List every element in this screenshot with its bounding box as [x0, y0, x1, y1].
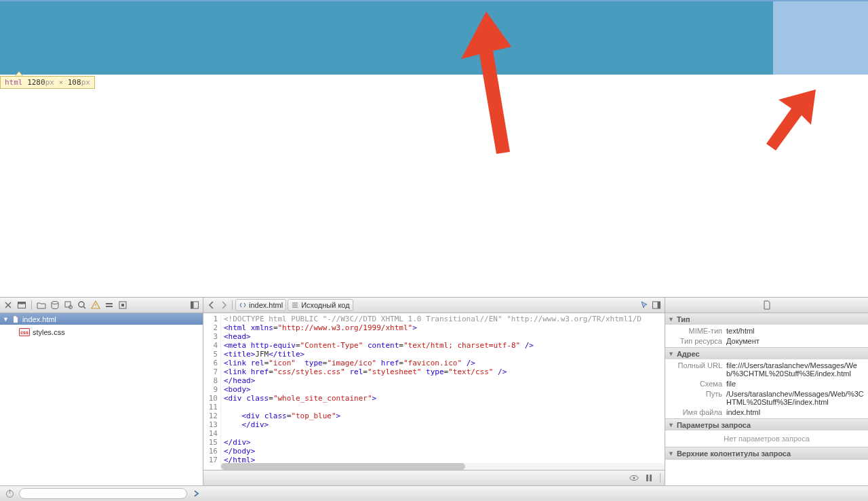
navigator-toolbar — [0, 298, 203, 313]
console-prompt-icon[interactable] — [191, 488, 202, 499]
kv-row: Тип ресурсаДокумент — [669, 337, 864, 345]
line-gutter: 1234567891011121314151617 — [203, 313, 221, 470]
kv-row: MIME-типtext/html — [669, 327, 864, 335]
page-viewport: html 1280px × 108px — [0, 0, 868, 297]
storage-icon[interactable] — [50, 300, 60, 310]
debug-icon[interactable] — [117, 300, 128, 310]
source-toolbar: index.html Исходный код — [203, 298, 665, 313]
power-icon[interactable] — [4, 488, 15, 499]
details-toolbar — [665, 298, 868, 313]
kv-row: Имя файлаindex.html — [669, 408, 864, 416]
annotation-arrow-up — [461, 12, 542, 154]
search-icon[interactable] — [77, 300, 87, 310]
kv-key: MIME-тип — [669, 327, 726, 335]
kv-row: Путь/Users/taraslanchev/Messages/Web/%3C… — [669, 390, 864, 406]
kv-value: file:///Users/taraslanchev/Messages/Web/… — [726, 361, 864, 378]
svg-rect-6 — [106, 303, 113, 304]
disclosure-triangle-icon: ▼ — [668, 350, 674, 357]
disclosure-triangle-icon: ▼ — [3, 316, 9, 323]
kv-value: /Users/taraslanchev/Messages/Web/%3CHTML… — [726, 390, 864, 406]
inspector-tooltip: html 1280px × 108px — [0, 76, 95, 89]
devtools-source-panel: index.html Исходный код 1234567891011121… — [203, 298, 665, 485]
console-bar — [0, 485, 868, 501]
code-content: <!DOCTYPE html PUBLIC "-//W3C//DTD XHTML… — [221, 313, 665, 470]
section-empty-note: Нет параметров запроса — [665, 430, 868, 447]
section-header[interactable]: ▼Адрес — [665, 348, 868, 359]
devtools: ▼ index.html css styles.css index.html — [0, 297, 868, 501]
devtools-body: ▼ index.html css styles.css index.html — [0, 298, 868, 485]
svg-rect-11 — [191, 302, 194, 308]
section-title: Параметры запроса — [677, 421, 751, 429]
svg-point-5 — [79, 302, 84, 307]
breadcrumb-source[interactable]: Исходный код — [288, 299, 353, 311]
code-editor[interactable]: 1234567891011121314151617 <!DOCTYPE html… — [203, 313, 665, 470]
disclosure-triangle-icon: ▼ — [668, 316, 674, 323]
section-title: Верхние колонтитулы запроса — [677, 449, 791, 458]
section-address: ▼Адрес Полный URLfile:///Users/taraslanc… — [665, 348, 868, 419]
dock-icon[interactable] — [16, 300, 27, 310]
svg-point-15 — [633, 477, 635, 479]
cursor-icon[interactable] — [639, 300, 650, 310]
list-icon — [291, 301, 299, 309]
section-header[interactable]: ▼Параметры запроса — [665, 419, 868, 430]
svg-rect-1 — [18, 302, 26, 304]
kv-key: Схема — [669, 380, 726, 388]
svg-rect-16 — [646, 475, 648, 481]
horizontal-scrollbar[interactable] — [221, 463, 665, 470]
breakpoints-icon[interactable] — [104, 300, 115, 310]
html-file-icon — [239, 301, 247, 309]
viewport-top-blue — [0, 1, 773, 75]
nav-forward-icon[interactable] — [218, 300, 229, 310]
source-status-bar — [203, 470, 665, 485]
scrollbar-thumb[interactable] — [221, 463, 465, 470]
document-icon[interactable] — [762, 300, 772, 310]
kv-row: Схемаfile — [669, 380, 864, 388]
kv-row: Полный URLfile:///Users/taraslanchev/Mes… — [669, 361, 864, 378]
section-title: Адрес — [677, 350, 700, 358]
breadcrumb-source-label: Исходный код — [301, 301, 350, 309]
section-header[interactable]: ▼Тип — [665, 313, 868, 325]
kv-key: Путь — [669, 390, 726, 406]
devtools-navigator: ▼ index.html css styles.css — [0, 298, 203, 485]
nav-tree-item[interactable]: css styles.css — [0, 327, 203, 337]
pause-icon[interactable] — [644, 473, 654, 483]
section-request-headers: ▼Верхние колонтитулы запроса — [665, 447, 868, 460]
folder-icon[interactable] — [36, 300, 47, 310]
svg-rect-13 — [658, 302, 660, 308]
svg-rect-3 — [65, 302, 71, 307]
close-icon[interactable] — [3, 300, 14, 310]
svg-rect-7 — [106, 306, 113, 307]
eye-icon[interactable] — [629, 473, 639, 483]
breadcrumb-file-label: index.html — [249, 301, 283, 309]
nav-tree-item-label: styles.css — [33, 328, 65, 336]
console-input[interactable] — [19, 488, 187, 499]
breadcrumb-file[interactable]: index.html — [235, 299, 286, 311]
annotation-arrow-upright — [766, 89, 821, 151]
devtools-details-panel: ▼Тип MIME-типtext/html Тип ресурсаДокуме… — [665, 298, 868, 485]
nav-file-header-label: index.html — [22, 315, 56, 323]
collapse-right-icon[interactable] — [651, 300, 662, 310]
inspector-tooltip-arrow — [15, 71, 23, 76]
collapse-left-icon[interactable] — [189, 300, 200, 310]
kv-value: index.html — [726, 408, 864, 416]
inspect-icon[interactable] — [63, 300, 74, 310]
warnings-icon[interactable] — [90, 300, 101, 310]
kv-value: file — [726, 380, 864, 388]
css-file-icon: css — [19, 328, 30, 336]
section-request-params: ▼Параметры запроса Нет параметров запрос… — [665, 419, 868, 447]
svg-rect-9 — [121, 304, 124, 306]
section-title: Тип — [677, 315, 690, 323]
kv-key: Тип ресурса — [669, 337, 726, 345]
svg-rect-17 — [650, 475, 652, 481]
svg-point-2 — [52, 302, 58, 304]
kv-value: text/html — [726, 327, 864, 335]
nav-file-header[interactable]: ▼ index.html — [0, 313, 203, 325]
kv-value: Документ — [726, 337, 864, 345]
nav-tree: css styles.css — [0, 325, 203, 485]
viewport-right-strip — [773, 1, 868, 75]
document-icon — [12, 315, 20, 323]
disclosure-triangle-icon: ▼ — [668, 422, 674, 428]
kv-key: Полный URL — [669, 361, 726, 378]
section-header[interactable]: ▼Верхние колонтитулы запроса — [665, 447, 868, 459]
nav-back-icon[interactable] — [206, 300, 217, 310]
